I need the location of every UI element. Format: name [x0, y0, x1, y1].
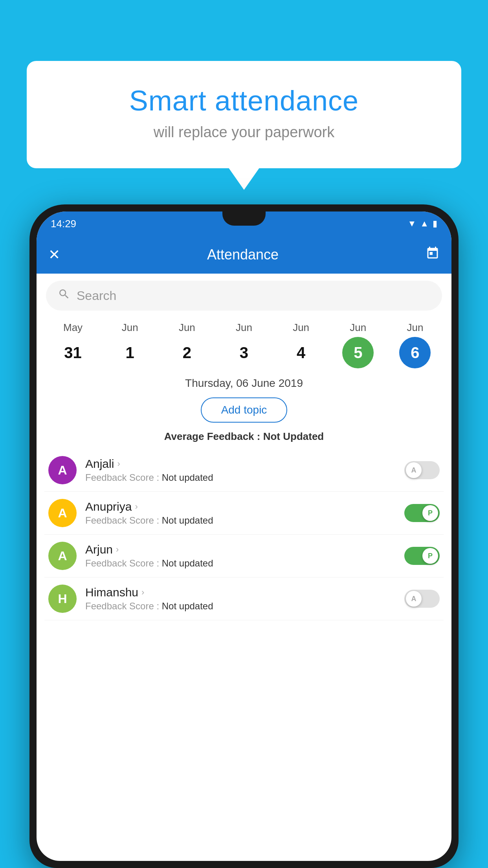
- cal-day-number[interactable]: 6: [399, 337, 431, 368]
- calendar-row: May31Jun1Jun2Jun3Jun4Jun5Jun6: [37, 318, 451, 368]
- cal-day-number[interactable]: 5: [342, 337, 374, 368]
- student-row[interactable]: AArjun ›Feedback Score : Not updatedP: [44, 535, 444, 577]
- feedback-score: Feedback Score : Not updated: [85, 558, 396, 569]
- student-name: Himanshu ›: [85, 586, 396, 599]
- attendance-toggle[interactable]: A: [404, 461, 440, 479]
- student-info: Anjali ›Feedback Score : Not updated: [85, 457, 396, 483]
- avg-feedback: Average Feedback : Not Updated: [37, 427, 451, 449]
- chevron-icon: ›: [135, 502, 138, 512]
- calendar-day[interactable]: Jun2: [169, 322, 205, 368]
- feedback-score: Feedback Score : Not updated: [85, 472, 396, 483]
- search-placeholder: Search: [77, 289, 116, 303]
- student-name: Arjun ›: [85, 543, 396, 556]
- cal-month-label: Jun: [407, 322, 423, 334]
- avatar: H: [48, 585, 77, 613]
- avg-feedback-label: Average Feedback :: [164, 430, 263, 442]
- avg-feedback-value: Not Updated: [263, 430, 324, 442]
- cal-month-label: May: [63, 322, 83, 334]
- attendance-toggle[interactable]: A: [404, 590, 440, 608]
- search-bar[interactable]: Search: [46, 281, 442, 311]
- toggle-knob: P: [422, 505, 438, 521]
- student-row[interactable]: AAnjali ›Feedback Score : Not updatedA: [44, 449, 444, 492]
- attendance-toggle[interactable]: P: [404, 547, 440, 565]
- calendar-day[interactable]: Jun3: [226, 322, 262, 368]
- calendar-icon[interactable]: [426, 246, 440, 263]
- feedback-score: Feedback Score : Not updated: [85, 515, 396, 526]
- avatar: A: [48, 542, 77, 570]
- student-row[interactable]: AAnupriya ›Feedback Score : Not updatedP: [44, 492, 444, 535]
- speech-bubble-container: Smart attendance will replace your paper…: [27, 61, 461, 168]
- student-info: Arjun ›Feedback Score : Not updated: [85, 543, 396, 569]
- student-name: Anupriya ›: [85, 500, 396, 513]
- avatar: A: [48, 499, 77, 527]
- cal-day-number[interactable]: 4: [285, 337, 317, 368]
- calendar-day[interactable]: Jun5: [340, 322, 376, 368]
- cal-month-label: Jun: [179, 322, 195, 334]
- status-time: 14:29: [51, 218, 76, 230]
- bubble-subtitle: will replace your paperwork: [46, 124, 442, 141]
- toggle-knob: A: [406, 462, 422, 478]
- cal-day-number[interactable]: 1: [114, 337, 146, 368]
- avatar: A: [48, 456, 77, 484]
- student-info: Himanshu ›Feedback Score : Not updated: [85, 586, 396, 612]
- phone-inner: 14:29 ▼ ▲ ▮ ✕ Attendance S: [37, 211, 451, 861]
- search-icon: [58, 288, 70, 303]
- student-row[interactable]: HHimanshu ›Feedback Score : Not updatedA: [44, 577, 444, 620]
- signal-icon: ▲: [420, 219, 429, 229]
- phone-frame: 14:29 ▼ ▲ ▮ ✕ Attendance S: [29, 204, 459, 868]
- add-topic-button[interactable]: Add topic: [201, 397, 288, 423]
- app-bar: ✕ Attendance: [37, 236, 451, 274]
- attendance-toggle[interactable]: P: [404, 504, 440, 522]
- chevron-icon: ›: [116, 544, 119, 555]
- calendar-day[interactable]: Jun1: [112, 322, 148, 368]
- toggle-knob: P: [422, 548, 438, 564]
- cal-month-label: Jun: [350, 322, 366, 334]
- student-name: Anjali ›: [85, 457, 396, 471]
- student-list: AAnjali ›Feedback Score : Not updatedAAA…: [37, 449, 451, 620]
- selected-date: Thursday, 06 June 2019: [37, 368, 451, 394]
- cal-day-number[interactable]: 31: [57, 337, 89, 368]
- feedback-score: Feedback Score : Not updated: [85, 601, 396, 612]
- status-icons: ▼ ▲ ▮: [407, 219, 437, 229]
- wifi-icon: ▼: [407, 219, 416, 229]
- cal-month-label: Jun: [122, 322, 138, 334]
- bubble-title: Smart attendance: [46, 85, 442, 117]
- close-button[interactable]: ✕: [48, 246, 60, 263]
- calendar-day[interactable]: Jun6: [397, 322, 433, 368]
- phone-notch: [222, 211, 266, 226]
- app-bar-title: Attendance: [207, 246, 279, 263]
- speech-bubble: Smart attendance will replace your paper…: [27, 61, 461, 168]
- calendar-day[interactable]: May31: [55, 322, 91, 368]
- toggle-knob: A: [406, 591, 422, 607]
- cal-month-label: Jun: [236, 322, 252, 334]
- cal-day-number[interactable]: 2: [171, 337, 203, 368]
- cal-day-number[interactable]: 3: [228, 337, 260, 368]
- cal-month-label: Jun: [293, 322, 309, 334]
- battery-icon: ▮: [433, 219, 437, 229]
- student-info: Anupriya ›Feedback Score : Not updated: [85, 500, 396, 526]
- chevron-icon: ›: [141, 587, 144, 598]
- calendar-day[interactable]: Jun4: [283, 322, 319, 368]
- chevron-icon: ›: [117, 459, 120, 469]
